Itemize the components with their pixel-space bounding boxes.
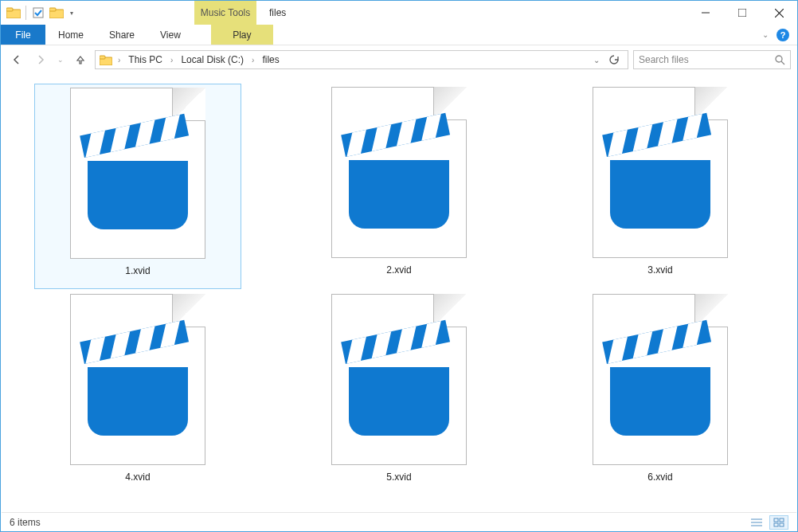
svg-point-11	[776, 56, 782, 62]
svg-rect-19	[780, 523, 784, 526]
file-item[interactable]: 5.xvid	[295, 291, 503, 496]
file-item[interactable]: 1.xvid	[34, 84, 241, 289]
file-grid: 1.xvid 2.xvid 3.xvid 4.xvid 5.xvid	[1, 74, 797, 512]
svg-rect-1	[6, 8, 13, 11]
tab-view[interactable]: View	[147, 25, 194, 45]
video-file-icon	[331, 294, 467, 465]
file-name: 6.xvid	[647, 471, 672, 483]
title-bar: ▾ Music Tools files	[1, 1, 797, 25]
svg-rect-4	[49, 8, 56, 11]
separator	[25, 6, 26, 20]
search-placeholder: Search files	[639, 54, 775, 65]
svg-rect-16	[774, 518, 778, 522]
file-item[interactable]: 2.xvid	[295, 84, 503, 289]
svg-rect-2	[33, 8, 43, 18]
file-item[interactable]: 4.xvid	[34, 291, 241, 496]
svg-rect-10	[100, 56, 105, 59]
file-name: 2.xvid	[386, 264, 411, 276]
item-count: 6 items	[10, 517, 41, 528]
video-file-icon	[70, 88, 205, 259]
status-bar: 6 items	[2, 512, 796, 531]
chevron-right-icon[interactable]: ›	[115, 56, 123, 65]
svg-rect-18	[774, 523, 778, 526]
search-input[interactable]: Search files	[633, 50, 791, 69]
chevron-right-icon[interactable]: ›	[167, 56, 176, 65]
breadcrumb-seg-folder[interactable]: files	[259, 54, 282, 65]
folder-icon	[99, 53, 113, 67]
tab-file[interactable]: File	[1, 25, 45, 45]
nav-up-button[interactable]	[71, 50, 90, 69]
nav-recent-dropdown[interactable]: ⌄	[55, 50, 66, 69]
search-icon	[775, 55, 785, 65]
properties-icon[interactable]	[30, 5, 46, 21]
tab-share[interactable]: Share	[96, 25, 147, 45]
context-tab-label: Music Tools	[194, 1, 256, 25]
maximize-button[interactable]	[724, 1, 761, 25]
file-name: 1.xvid	[125, 265, 150, 276]
file-item[interactable]: 3.xvid	[557, 84, 764, 289]
svg-rect-6	[738, 9, 746, 17]
video-file-icon	[593, 294, 728, 465]
folder-icon[interactable]	[6, 5, 22, 21]
file-name: 3.xvid	[647, 264, 672, 276]
nav-forward-button[interactable]	[31, 50, 50, 69]
breadcrumb[interactable]: › This PC › Local Disk (C:) › files ⌄	[95, 50, 628, 69]
window-controls	[687, 1, 797, 25]
minimize-button[interactable]	[687, 1, 724, 25]
chevron-right-icon[interactable]: ›	[248, 56, 257, 65]
file-name: 4.xvid	[125, 471, 150, 483]
file-item[interactable]: 6.xvid	[557, 291, 764, 496]
details-view-button[interactable]	[747, 515, 766, 530]
breadcrumb-seg-drive[interactable]: Local Disk (C:)	[178, 54, 247, 65]
video-file-icon	[331, 87, 467, 258]
refresh-icon[interactable]	[604, 55, 624, 65]
qat-dropdown-icon[interactable]: ▾	[67, 5, 76, 21]
file-name: 5.xvid	[386, 471, 411, 483]
svg-rect-17	[780, 518, 784, 522]
breadcrumb-dropdown-icon[interactable]: ⌄	[590, 56, 603, 65]
quick-access-toolbar: ▾	[1, 5, 81, 21]
window-title: files	[269, 7, 286, 18]
tab-home[interactable]: Home	[45, 25, 96, 45]
navigation-row: ⌄ › This PC › Local Disk (C:) › files ⌄ …	[1, 45, 797, 74]
tab-play[interactable]: Play	[211, 25, 273, 45]
close-button[interactable]	[761, 1, 797, 25]
nav-back-button[interactable]	[7, 50, 26, 69]
ribbon-collapse-icon[interactable]: ⌄	[762, 30, 769, 39]
video-file-icon	[593, 87, 728, 258]
svg-line-12	[781, 61, 784, 65]
video-file-icon	[70, 294, 205, 465]
help-icon[interactable]: ?	[776, 29, 789, 41]
folder-small-icon[interactable]	[49, 5, 65, 21]
ribbon-tabs: File Home Share View Play ⌄ ?	[1, 25, 797, 45]
thumbnails-view-button[interactable]	[769, 515, 788, 530]
breadcrumb-seg-thispc[interactable]: This PC	[125, 54, 166, 65]
